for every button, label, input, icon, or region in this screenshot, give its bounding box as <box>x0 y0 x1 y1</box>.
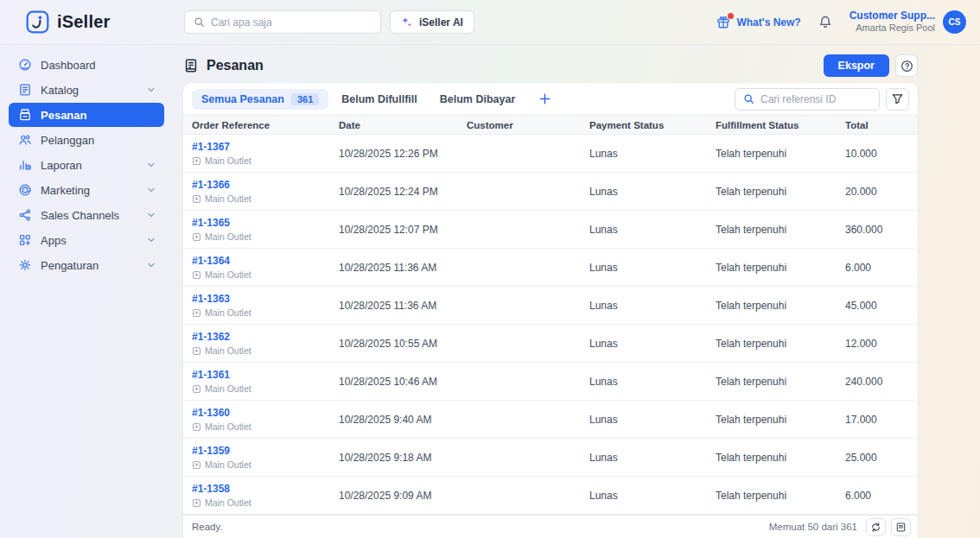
sidebar-item-katalog[interactable]: Katalog <box>9 78 164 102</box>
global-search-input[interactable] <box>211 16 372 28</box>
column-header-fulfillment-status[interactable]: Fulfillment Status <box>707 120 837 130</box>
brand-name: iSeller <box>57 12 110 32</box>
date-cell: 10/28/2025 11:36 AM <box>330 300 458 312</box>
whats-new[interactable]: What's New? <box>716 16 800 29</box>
table-row[interactable]: #1-1360Main Outlet10/28/2025 9:40 AMLuna… <box>183 401 918 439</box>
tab-semua-pesanan[interactable]: Semua Pesanan361 <box>192 89 328 110</box>
column-header-order-reference[interactable]: Order Reference <box>183 120 330 130</box>
page-title-group: Pesanan <box>183 58 264 73</box>
order-reference-link[interactable]: #1-1364 <box>192 255 230 267</box>
fulfillment-status-cell: Telah terpenuhi <box>707 186 837 198</box>
table-row[interactable]: #1-1366Main Outlet10/28/2025 12:24 PMLun… <box>183 173 918 211</box>
order-reference-link[interactable]: #1-1358 <box>192 483 230 495</box>
table-row[interactable]: #1-1361Main Outlet10/28/2025 10:46 AMLun… <box>183 363 918 401</box>
tab-belum-difullfill[interactable]: Belum Difullfill <box>332 89 427 110</box>
iseller-ai-button[interactable]: iSeller AI <box>390 10 474 34</box>
sidebar-item-label: Apps <box>41 234 138 247</box>
order-reference-cell: #1-1363Main Outlet <box>183 291 330 320</box>
sidebar-item-pesanan[interactable]: Pesanan <box>9 103 164 127</box>
tab-label: Semua Pesanan <box>201 93 284 105</box>
list-icon <box>895 522 907 533</box>
order-reference-link[interactable]: #1-1366 <box>192 179 230 191</box>
sidebar-item-apps[interactable]: Apps <box>9 228 164 252</box>
date-cell: 10/28/2025 11:36 AM <box>330 262 458 274</box>
filter-button[interactable] <box>886 88 909 111</box>
order-reference-link[interactable]: #1-1363 <box>192 293 230 305</box>
order-reference-link[interactable]: #1-1359 <box>192 445 230 457</box>
order-reference-link[interactable]: #1-1365 <box>192 217 230 229</box>
order-reference-link[interactable]: #1-1361 <box>192 369 230 381</box>
global-search[interactable] <box>184 10 381 34</box>
column-header-total[interactable]: Total <box>837 120 918 130</box>
date-cell: 10/28/2025 10:46 AM <box>330 376 458 388</box>
outlet-icon <box>192 308 201 318</box>
chevron-down-icon <box>147 161 156 169</box>
outlet-icon <box>192 422 201 432</box>
outlet-icon <box>192 460 201 470</box>
payment-status-cell: Lunas <box>581 376 707 388</box>
app-root: iSeller iSeller AI <box>0 0 980 538</box>
table-row[interactable]: #1-1359Main Outlet10/28/2025 9:18 AMLuna… <box>183 439 918 477</box>
outlet-row: Main Outlet <box>192 155 330 168</box>
tab-belum-dibayar[interactable]: Belum Dibayar <box>430 89 525 110</box>
sidebar-item-dashboard[interactable]: Dashboard <box>9 53 164 77</box>
export-button[interactable]: Ekspor <box>824 54 889 77</box>
sidebar-item-sales-channels[interactable]: Sales Channels <box>9 203 164 227</box>
table-row[interactable]: #1-1363Main Outlet10/28/2025 11:36 AMLun… <box>183 287 918 325</box>
column-header-payment-status[interactable]: Payment Status <box>581 120 707 130</box>
outlet-label: Main Outlet <box>205 383 251 396</box>
gift-icon <box>716 16 730 29</box>
catalog-icon <box>17 83 32 97</box>
order-reference-link[interactable]: #1-1360 <box>192 407 230 419</box>
outlet-row: Main Outlet <box>192 307 330 320</box>
order-reference-link[interactable]: #1-1367 <box>192 141 230 153</box>
refresh-button[interactable] <box>866 518 886 536</box>
outlet-label: Main Outlet <box>205 307 251 320</box>
date-cell: 10/28/2025 12:26 PM <box>330 148 458 160</box>
bell-icon[interactable] <box>818 15 832 29</box>
table-row[interactable]: #1-1367Main Outlet10/28/2025 12:26 PMLun… <box>183 135 918 173</box>
page-actions: Ekspor <box>824 54 918 77</box>
table-header: Order ReferenceDateCustomerPayment Statu… <box>183 115 918 135</box>
help-button[interactable] <box>895 54 918 77</box>
search-icon <box>194 16 205 28</box>
sidebar-item-pelanggan[interactable]: Pelanggan <box>9 128 164 152</box>
outlet-icon <box>192 498 201 508</box>
table-row[interactable]: #1-1358Main Outlet10/28/2025 9:09 AMLuna… <box>183 477 918 515</box>
orders-card: Semua Pesanan361Belum DifullfillBelum Di… <box>183 83 918 538</box>
table-row[interactable]: #1-1364Main Outlet10/28/2025 11:36 AMLun… <box>183 249 918 287</box>
order-search-input[interactable] <box>760 93 871 105</box>
fulfillment-status-cell: Telah terpenuhi <box>707 414 837 426</box>
total-cell: 45.000 <box>837 300 918 312</box>
channels-icon <box>17 208 32 222</box>
footer-right: Memuat 50 dari 361 <box>769 518 911 536</box>
date-cell: 10/28/2025 12:07 PM <box>330 224 458 236</box>
outlet-row: Main Outlet <box>192 231 330 244</box>
table-row[interactable]: #1-1362Main Outlet10/28/2025 10:55 AMLun… <box>183 325 918 363</box>
outlet-icon <box>192 232 201 242</box>
fulfillment-status-cell: Telah terpenuhi <box>707 148 837 160</box>
fulfillment-status-cell: Telah terpenuhi <box>707 300 837 312</box>
tab-label: Belum Difullfill <box>341 93 417 105</box>
sidebar-item-laporan[interactable]: Laporan <box>9 153 164 177</box>
column-header-date[interactable]: Date <box>330 120 458 130</box>
order-reference-link[interactable]: #1-1362 <box>192 331 230 343</box>
brand[interactable]: iSeller <box>26 10 184 34</box>
outlet-label: Main Outlet <box>205 269 251 282</box>
table-row[interactable]: #1-1365Main Outlet10/28/2025 12:07 PMLun… <box>183 211 918 249</box>
total-cell: 360.000 <box>837 224 918 236</box>
fulfillment-status-cell: Telah terpenuhi <box>707 452 837 464</box>
avatar[interactable]: CS <box>943 10 966 34</box>
fulfillment-status-cell: Telah terpenuhi <box>707 376 837 388</box>
sidebar-item-pengaturan[interactable]: Pengaturan <box>9 253 164 277</box>
payment-status-cell: Lunas <box>581 338 707 350</box>
list-view-button[interactable] <box>891 518 911 536</box>
column-header-customer[interactable]: Customer <box>458 120 581 130</box>
sidebar-item-marketing[interactable]: Marketing <box>9 178 164 202</box>
topbar: iSeller iSeller AI <box>0 0 980 45</box>
order-search[interactable] <box>735 88 880 111</box>
chevron-down-icon <box>147 186 156 194</box>
user-menu[interactable]: Customer Supp... Amarta Regis Pool CS <box>850 9 966 35</box>
add-tab-button[interactable] <box>531 92 558 105</box>
orders-icon <box>183 58 199 73</box>
